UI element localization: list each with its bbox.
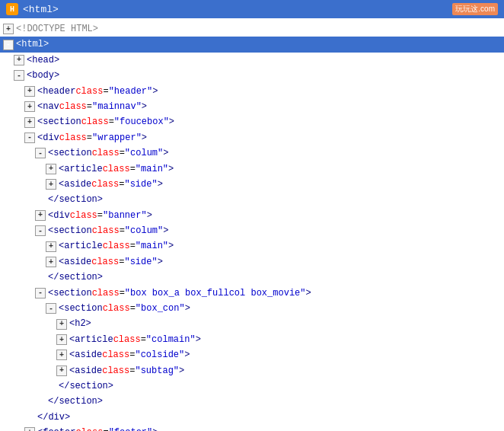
tree-line[interactable]: +<header class="header"> <box>0 84 504 99</box>
toggle-button[interactable]: + <box>56 334 67 345</box>
tree-line[interactable]: </section> <box>0 394 504 409</box>
tree-line[interactable]: +<article class="main"> <box>0 161 504 177</box>
tree-line[interactable]: -<body> <box>0 68 504 83</box>
code-token: html <box>21 37 43 52</box>
code-token: class <box>92 286 120 301</box>
tree-line[interactable]: +<!DOCTYPE HTML> <box>0 21 504 37</box>
tree-line[interactable]: +<aside class="side"> <box>0 254 504 270</box>
code-token: = <box>119 177 124 192</box>
toggle-button[interactable]: - <box>14 70 24 81</box>
tree-line[interactable]: +<h2> <box>0 316 504 331</box>
toggle-button[interactable]: + <box>14 55 24 65</box>
toggle-button[interactable]: - <box>35 288 46 299</box>
tree-line[interactable]: +<section class="foucebox"> <box>0 114 504 129</box>
code-token: "colmain" <box>146 332 196 347</box>
tree-line[interactable]: -<section class="box_con"> <box>0 301 504 316</box>
tree-line[interactable]: +<footer class="footer"> <box>0 425 504 431</box>
toggle-button[interactable]: - <box>24 132 35 143</box>
code-token: </section> <box>59 378 113 394</box>
toggle-button[interactable]: - <box>3 40 14 50</box>
code-token: < <box>37 425 43 431</box>
code-token: < <box>27 53 32 68</box>
toggle-button[interactable]: + <box>24 117 35 128</box>
toggle-button[interactable]: + <box>3 24 14 34</box>
code-token: = <box>119 254 124 270</box>
tree-line[interactable]: +<aside class="subtag"> <box>0 363 504 378</box>
code-token: = <box>87 99 92 114</box>
code-token: article <box>64 161 102 177</box>
tree-line[interactable]: +<article class="main"> <box>0 238 504 254</box>
code-token: < <box>59 177 64 192</box>
code-token: < <box>37 130 43 145</box>
toggle-button[interactable]: - <box>35 225 46 236</box>
toggle-button[interactable]: + <box>46 179 56 190</box>
tree-line[interactable]: +<aside class="side"> <box>0 177 504 192</box>
code-token: class <box>75 84 103 99</box>
code-token: "colum" <box>125 223 163 238</box>
code-token: < <box>59 161 64 177</box>
toggle-button[interactable]: + <box>35 210 46 221</box>
tree-line[interactable]: +<nav class="mainnav"> <box>0 99 504 114</box>
code-token: > <box>169 114 174 129</box>
code-token: = <box>141 332 146 347</box>
tree-line[interactable]: -<section class="colum"> <box>0 223 504 238</box>
tree-line[interactable]: </section> <box>0 378 504 394</box>
code-token: section <box>53 286 91 301</box>
code-token: "side" <box>124 177 157 192</box>
code-token: aside <box>75 363 102 378</box>
code-token: "side" <box>124 254 157 270</box>
code-token: "footer" <box>109 425 153 431</box>
code-token: > <box>163 223 168 238</box>
toggle-button[interactable]: + <box>46 257 56 267</box>
toggle-button[interactable]: + <box>56 319 67 330</box>
tree-line[interactable]: +<head> <box>0 53 504 68</box>
tree-line[interactable]: -<section class="box box_a box_fullcol b… <box>0 286 504 301</box>
tree-line[interactable]: +<aside class="colside"> <box>0 347 504 362</box>
code-token: aside <box>75 347 102 362</box>
code-token: = <box>109 114 114 129</box>
code-token: "subtag" <box>135 363 179 378</box>
code-token: < <box>48 286 53 301</box>
code-token: "foucebox" <box>114 114 169 129</box>
code-token: h2 <box>75 316 85 331</box>
code-token: > <box>43 37 49 52</box>
code-token: class <box>81 114 109 129</box>
code-token: = <box>103 425 108 431</box>
code-token: < <box>59 301 64 316</box>
tree-line[interactable]: -<html> <box>0 37 504 52</box>
code-token: "box_con" <box>136 301 185 316</box>
code-token: "colside" <box>135 347 184 362</box>
code-token: class <box>59 130 87 145</box>
code-token: > <box>305 286 311 301</box>
code-token: > <box>158 254 163 270</box>
toggle-button[interactable]: + <box>24 101 35 112</box>
tree-line[interactable]: -<div class="wrapper"> <box>0 130 504 145</box>
code-token: </div> <box>37 410 70 425</box>
tree-line[interactable]: </div> <box>0 410 504 425</box>
toggle-button[interactable]: + <box>46 241 56 252</box>
code-token: header <box>43 84 75 99</box>
toggle-button[interactable]: - <box>35 148 46 158</box>
code-token: "main" <box>136 161 168 177</box>
code-token: section <box>53 145 91 161</box>
toggle-button[interactable]: + <box>56 366 67 376</box>
code-token: class <box>70 208 97 223</box>
toggle-button[interactable]: + <box>24 427 35 431</box>
toggle-button[interactable]: + <box>24 86 35 97</box>
tree-line[interactable]: +<article class="colmain"> <box>0 332 504 347</box>
toggle-button[interactable]: + <box>56 350 67 360</box>
tree-line[interactable]: </section> <box>0 270 504 285</box>
tree-line[interactable]: </section> <box>0 192 504 207</box>
code-token: < <box>59 254 64 270</box>
logo-badge: 玩玩这.com <box>452 3 498 15</box>
toggle-button[interactable]: + <box>46 164 56 174</box>
code-token: article <box>75 332 113 347</box>
tree-line[interactable]: +<div class="banner"> <box>0 208 504 223</box>
toggle-button[interactable]: - <box>46 303 56 314</box>
code-token: = <box>129 363 135 378</box>
code-token: "colum" <box>125 145 163 161</box>
title-bar: H <html> 玩玩这.com <box>0 0 504 18</box>
code-token: "header" <box>109 84 153 99</box>
tree-line[interactable]: -<section class="colum"> <box>0 145 504 161</box>
code-token: nav <box>43 99 59 114</box>
